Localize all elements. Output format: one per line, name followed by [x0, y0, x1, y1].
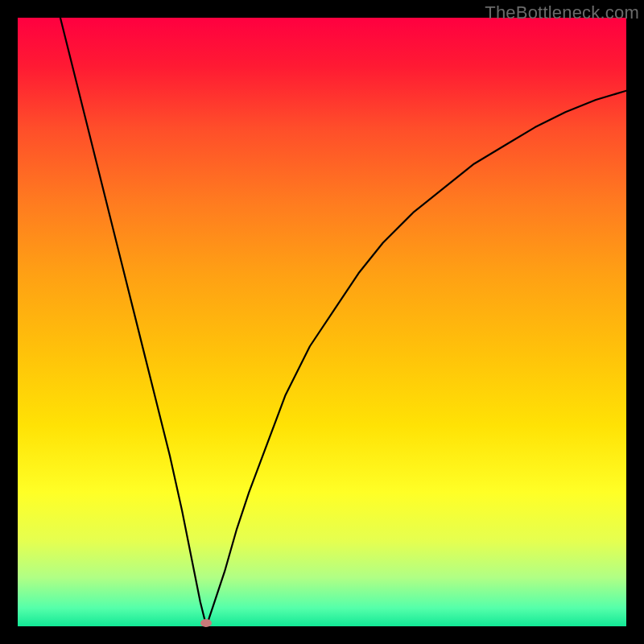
plot-area: [18, 18, 626, 626]
bottleneck-curve: [18, 18, 626, 626]
watermark-text: TheBottleneck.com: [485, 2, 639, 23]
minimum-marker: [200, 619, 212, 627]
